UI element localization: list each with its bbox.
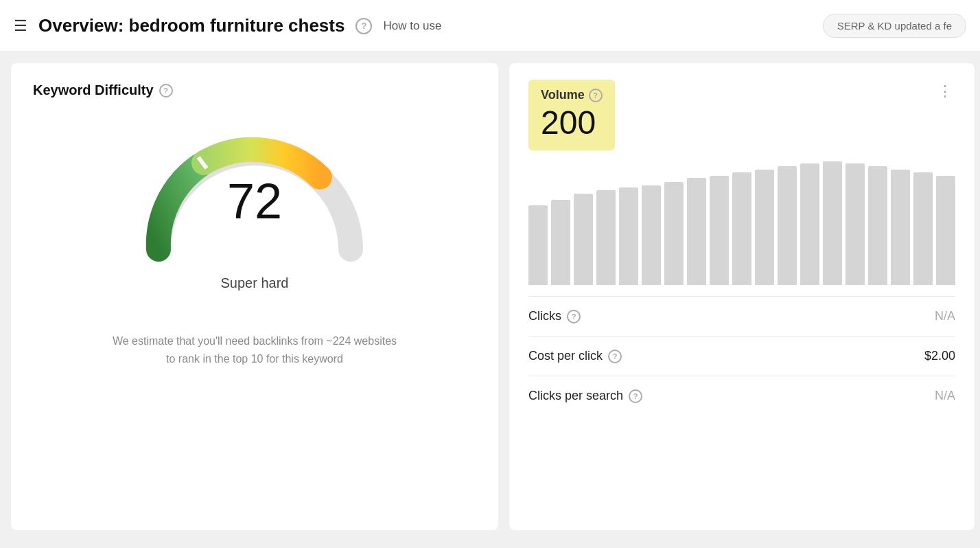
kd-title: Keyword Difficulty — [33, 82, 154, 98]
gauge-container: 72 — [138, 126, 371, 263]
metric-help-icon-0[interactable]: ? — [567, 310, 581, 323]
page-title: Overview: bedroom furniture chests — [38, 15, 345, 36]
volume-label: Volume — [541, 88, 585, 102]
chart-bar — [528, 205, 548, 285]
volume-label-row: Volume ? — [541, 88, 603, 102]
kd-header: Keyword Difficulty ? — [33, 82, 476, 98]
header: ☰ Overview: bedroom furniture chests ? H… — [0, 0, 980, 52]
metric-label-2: Clicks per search — [528, 389, 623, 403]
metric-row: Clicks per search?N/A — [528, 376, 955, 415]
kd-description: We estimate that you'll need backlinks f… — [110, 332, 399, 367]
kd-difficulty-label: Super hard — [221, 275, 289, 291]
metric-help-icon-1[interactable]: ? — [608, 350, 622, 363]
metric-row: Cost per click?$2.00 — [528, 336, 955, 376]
volume-badge: Volume ? 200 — [528, 80, 615, 150]
chart-bar — [936, 176, 955, 285]
metrics-section: Clicks?N/ACost per click?$2.00Clicks per… — [528, 296, 955, 415]
hamburger-icon[interactable]: ☰ — [14, 17, 27, 35]
volume-card: Volume ? 200 ⋮ Clicks?N/ACost per click?… — [509, 63, 975, 530]
how-to-use-link[interactable]: How to use — [383, 19, 441, 33]
metric-label-1: Cost per click — [528, 349, 603, 363]
metric-value-2: N/A — [935, 389, 955, 403]
more-options-icon[interactable]: ⋮ — [935, 80, 955, 103]
chart-bar — [710, 176, 729, 285]
chart-bar — [732, 172, 751, 285]
chart-bar — [868, 166, 887, 285]
chart-bar — [891, 170, 910, 285]
gauge-center: 72 — [227, 176, 282, 226]
header-help-icon[interactable]: ? — [355, 18, 372, 34]
metric-value-1: $2.00 — [924, 349, 955, 363]
chart-bar — [845, 163, 865, 285]
volume-header: Volume ? 200 ⋮ — [528, 80, 955, 150]
volume-bar-chart — [528, 161, 955, 285]
chart-bar — [913, 172, 933, 285]
metric-label-0: Clicks — [528, 309, 561, 323]
main-content: Keyword Difficulty ? — [0, 52, 980, 541]
keyword-difficulty-card: Keyword Difficulty ? — [11, 63, 498, 530]
chart-bar — [687, 178, 706, 285]
volume-number: 200 — [541, 106, 603, 139]
kd-help-icon[interactable]: ? — [159, 84, 173, 98]
chart-bar — [755, 170, 774, 285]
metric-row: Clicks?N/A — [528, 296, 955, 336]
chart-bar — [574, 194, 593, 285]
chart-bar — [642, 185, 661, 285]
kd-score: 72 — [227, 176, 282, 226]
chart-bar — [664, 182, 684, 285]
chart-bar — [778, 166, 797, 285]
chart-bar — [551, 200, 570, 285]
metric-value-0: N/A — [935, 309, 955, 323]
chart-bar — [823, 161, 842, 285]
chart-bar — [800, 163, 819, 285]
volume-help-icon[interactable]: ? — [589, 89, 603, 102]
metric-help-icon-2[interactable]: ? — [629, 389, 642, 403]
serp-notice-badge: SERP & KD updated a fe — [823, 14, 966, 38]
chart-bar — [596, 190, 616, 285]
chart-bar — [619, 187, 638, 285]
